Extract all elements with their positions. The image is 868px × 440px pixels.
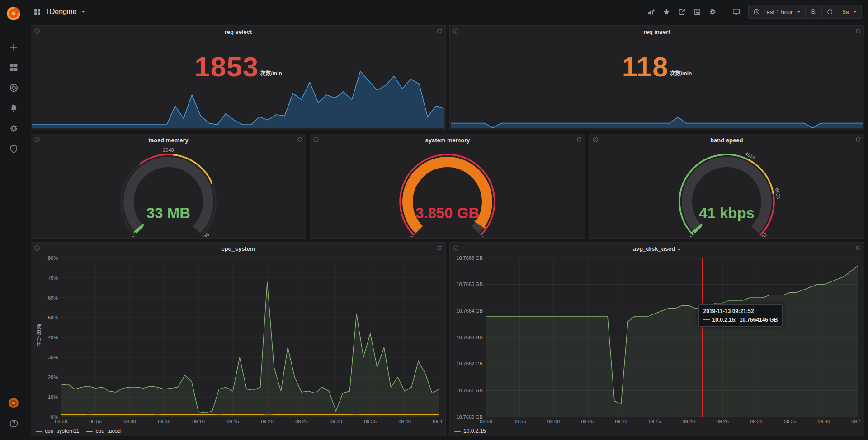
chevron-down-icon (81, 11, 85, 13)
cpu-system-graph[interactable]: 0%10%20%30%40%50%60%70%80%08:5008:5509:0… (43, 254, 442, 425)
svg-text:09:00: 09:00 (123, 419, 136, 424)
refresh-button[interactable] (821, 5, 838, 18)
svg-text:80%: 80% (48, 255, 58, 261)
svg-text:10%: 10% (48, 394, 58, 400)
panel-refresh-icon[interactable] (855, 28, 861, 34)
share-button[interactable] (675, 5, 689, 18)
legend-item[interactable]: cpu_taosd (86, 428, 120, 434)
tooltip-swatch (703, 319, 710, 320)
panel-title[interactable]: cpu_system (31, 245, 445, 252)
svg-text:09:45: 09:45 (851, 419, 860, 424)
panel-title[interactable]: req insert (450, 28, 864, 35)
panel-cpu-system: cpu_system 使用占比 0%10%20%30%40%50%60%70%8… (31, 242, 446, 436)
legend-item[interactable]: 10.0.2.15 (454, 428, 486, 434)
svg-text:09:00: 09:00 (547, 419, 560, 424)
panel-header: req insert (450, 26, 864, 37)
dashboard-settings-button[interactable] (706, 5, 719, 18)
dashboards-icon[interactable] (9, 63, 19, 72)
svg-text:08:55: 08:55 (89, 419, 102, 424)
dashboard-picker[interactable]: TDengine (33, 8, 85, 16)
navbar-actions: Last 1 hour 5s (644, 5, 862, 19)
panel-title[interactable]: taosd memery (31, 137, 306, 144)
svg-text:10.7661 GB: 10.7661 GB (456, 388, 483, 393)
svg-text:10.7665 GB: 10.7665 GB (456, 281, 483, 287)
panel-header: taosd memery (31, 134, 306, 145)
panel-avg-disk-used: avg_disk_used 10.7660 GB10.7661 GB10.766… (449, 242, 864, 436)
time-range-picker[interactable]: Last 1 hour (749, 5, 805, 18)
panel-title[interactable]: req select (31, 28, 445, 35)
apps-grid-icon (33, 8, 41, 16)
refresh-interval-picker[interactable]: 5s (838, 5, 861, 18)
explore-icon[interactable] (9, 83, 19, 93)
panel-refresh-icon[interactable] (436, 28, 443, 34)
refresh-icon (826, 9, 833, 15)
panel-band-speed: band speed 049166554819241 kbps (589, 134, 864, 239)
tooltip-row: 10.0.2.15: 10.7664146 GB (703, 317, 778, 323)
svg-text:09:25: 09:25 (295, 419, 308, 424)
svg-text:40%: 40% (48, 335, 58, 340)
panel-refresh-icon[interactable] (855, 245, 861, 251)
save-button[interactable] (690, 5, 704, 18)
create-icon[interactable] (9, 42, 19, 52)
band-speed-gauge: 049166554819241 kbps (590, 146, 864, 237)
svg-text:09:20: 09:20 (683, 419, 695, 424)
legend-item[interactable]: cpu_system11 (36, 428, 79, 434)
legend-label: 10.0.2.15 (463, 428, 486, 434)
help-icon[interactable] (9, 419, 19, 428)
grafana-logo-icon[interactable] (5, 5, 22, 22)
svg-text:30%: 30% (48, 355, 58, 360)
configuration-icon[interactable] (9, 124, 19, 133)
zoom-out-icon (810, 9, 817, 15)
panel-refresh-icon[interactable] (855, 136, 861, 143)
svg-text:09:35: 09:35 (364, 419, 377, 424)
add-panel-button[interactable] (644, 5, 658, 18)
dashboard-title[interactable]: TDengine (45, 8, 76, 16)
svg-text:09:05: 09:05 (158, 419, 170, 424)
svg-text:6554: 6554 (774, 188, 781, 200)
svg-text:10.7662 GB: 10.7662 GB (456, 361, 483, 366)
legend-swatch (86, 431, 93, 432)
panel-header: avg_disk_used (450, 243, 864, 253)
avg-disk-used-graph[interactable]: 10.7660 GB10.7661 GB10.7662 GB10.7663 GB… (452, 254, 860, 425)
legend-label: cpu_taosd (95, 428, 120, 434)
panel-system-memory: system memory 043.850 GB (310, 134, 585, 239)
svg-text:09:10: 09:10 (615, 419, 627, 424)
server-admin-icon[interactable] (9, 144, 19, 154)
svg-text:33 MB: 33 MB (146, 205, 190, 221)
svg-text:60%: 60% (48, 295, 58, 300)
panel-req-select: req select 1853 次数/min (31, 25, 446, 130)
svg-text:50%: 50% (48, 315, 58, 320)
panel-req-insert: req insert 118 次数/min (449, 25, 864, 130)
svg-text:09:05: 09:05 (581, 419, 594, 424)
svg-text:09:30: 09:30 (330, 419, 342, 424)
panel-refresh-icon[interactable] (576, 136, 582, 143)
cycle-view-button[interactable] (729, 5, 743, 18)
svg-text:09:10: 09:10 (192, 419, 205, 424)
req-insert-sparkline[interactable] (451, 66, 863, 129)
graph-tooltip: 2019-11-13 09:21:52 10.0.2.15: 10.766414… (698, 304, 783, 327)
alerting-icon[interactable] (9, 103, 19, 113)
legend-label: cpu_system11 (45, 428, 79, 434)
panel-header: band speed (590, 134, 864, 145)
svg-text:2048: 2048 (163, 147, 174, 153)
clock-icon (753, 9, 760, 15)
panel-refresh-icon[interactable] (297, 136, 303, 143)
panel-title[interactable]: avg_disk_used (450, 245, 864, 252)
svg-text:10.7660 GB: 10.7660 GB (456, 414, 483, 420)
svg-text:09:25: 09:25 (716, 419, 729, 424)
svg-text:09:15: 09:15 (649, 419, 661, 424)
svg-text:09:15: 09:15 (226, 419, 239, 424)
time-controls: Last 1 hour 5s (748, 5, 862, 19)
panel-title[interactable]: system memory (310, 137, 585, 144)
graph-legend: cpu_system11 cpu_taosd (36, 428, 121, 434)
panel-refresh-icon[interactable] (436, 245, 443, 251)
chevron-down-icon (797, 11, 801, 13)
star-button[interactable] (660, 5, 673, 18)
taosd-memery-gauge: 02048409633 MB (31, 146, 306, 237)
user-avatar[interactable] (8, 397, 19, 409)
panel-title[interactable]: band speed (590, 137, 864, 144)
svg-text:10.7663 GB: 10.7663 GB (456, 335, 483, 340)
sidebar-bottom (8, 393, 19, 434)
req-select-sparkline[interactable] (32, 66, 444, 129)
zoom-out-button[interactable] (805, 5, 821, 18)
